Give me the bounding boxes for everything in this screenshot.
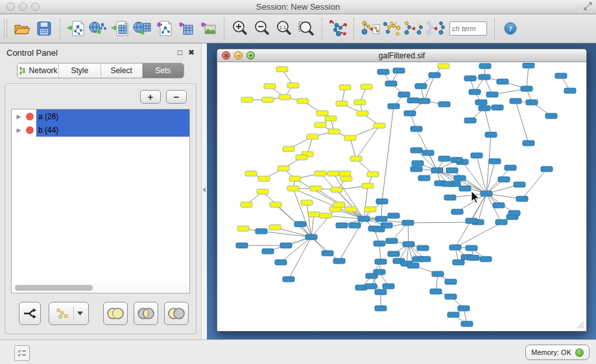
hide-selected-icon[interactable]: [403, 17, 425, 40]
difference-sets-button[interactable]: [164, 302, 189, 325]
create-set-from-network-icon: [54, 307, 70, 320]
window-title: Session: New Session: [0, 2, 596, 12]
collapse-panel-icon[interactable]: [202, 187, 206, 192]
memory-status-label: Memory: OK: [531, 348, 571, 356]
main-area: Control Panel □ ✖ Network Style Select: [0, 43, 596, 339]
float-window-icon[interactable]: □: [178, 48, 182, 57]
svg-text:1:1: 1:1: [280, 25, 286, 30]
control-panel: Control Panel □ ✖ Network Style Select: [0, 43, 201, 339]
import-network-file-icon[interactable]: [65, 17, 87, 40]
scrollbar-thumb[interactable]: [15, 285, 93, 291]
set-color-icon: [26, 113, 34, 120]
sets-list: ▶ a (26) ▶ b (44): [11, 109, 190, 293]
toolbar-separator: [353, 18, 354, 39]
network-graph-svg: [218, 63, 586, 330]
list-item-set-b[interactable]: ▶ b (44): [12, 123, 189, 137]
sets-actions: [11, 300, 190, 327]
split-sets-icon: [23, 307, 37, 320]
export-network-icon[interactable]: [153, 17, 175, 40]
toolbar-separator: [322, 18, 322, 39]
toolbar-separator: [224, 18, 224, 39]
memory-ok-indicator-icon: [575, 348, 584, 357]
close-network-icon[interactable]: ✕: [222, 51, 230, 60]
control-panel-tabs: Network Style Select Sets: [17, 63, 184, 78]
resize-grip-icon[interactable]: [577, 321, 584, 329]
difference-sets-icon: [167, 307, 186, 320]
minimize-network-icon[interactable]: −: [234, 51, 243, 60]
expand-arrow-icon[interactable]: ▶: [12, 127, 26, 133]
expand-arrow-icon[interactable]: ▶: [12, 113, 26, 120]
tab-sets[interactable]: Sets: [143, 63, 184, 78]
sets-panel: + − ▶ a (26) ▶ b (44): [5, 84, 197, 334]
import-table-web-icon[interactable]: [131, 17, 153, 40]
status-bar: Memory: OK: [0, 339, 596, 364]
svg-text:?: ?: [508, 25, 512, 32]
memory-status-button[interactable]: Memory: OK: [525, 345, 590, 360]
tab-select[interactable]: Select: [101, 63, 143, 78]
show-all-icon[interactable]: [425, 17, 447, 40]
intersection-sets-icon: [136, 307, 156, 320]
import-network-web-icon[interactable]: [87, 17, 109, 40]
task-history-icon: [18, 349, 27, 357]
tab-style-label: Style: [71, 66, 89, 75]
network-window-titlebar[interactable]: ✕ − + galFiltered.sif: [217, 49, 586, 62]
close-panel-icon[interactable]: ✖: [188, 48, 195, 57]
toolbar-separator: [60, 18, 60, 39]
new-network-from-selection-icon[interactable]: [359, 17, 381, 40]
remove-set-button[interactable]: −: [166, 90, 187, 104]
zoom-fit-selected-icon[interactable]: [295, 17, 317, 40]
network-desktop: ✕ − + galFiltered.sif: [207, 43, 596, 339]
fullscreen-arrows-icon[interactable]: [584, 2, 592, 12]
export-table-icon[interactable]: [175, 17, 197, 40]
set-color-icon: [26, 126, 34, 134]
network-tab-icon: [19, 67, 26, 74]
horizontal-scrollbar[interactable]: [12, 284, 189, 292]
maximize-network-icon[interactable]: +: [246, 51, 255, 60]
intersection-sets-button[interactable]: [134, 302, 158, 325]
network-window[interactable]: ✕ − + galFiltered.sif: [217, 49, 587, 332]
application-window: Session: New Session: [0, 0, 596, 364]
export-image-icon[interactable]: [197, 17, 219, 40]
panel-splitter[interactable]: [201, 43, 207, 339]
set-label: a (26): [36, 109, 189, 123]
zoom-actual-size-icon[interactable]: 1:1: [273, 17, 295, 40]
list-item-set-a[interactable]: ▶ a (26): [12, 109, 189, 123]
task-history-button[interactable]: [14, 345, 30, 361]
zoom-out-icon[interactable]: [251, 17, 273, 40]
window-titlebar: Session: New Session: [0, 0, 596, 14]
tab-sets-label: Sets: [155, 66, 171, 75]
toolbar-separator: [494, 18, 495, 39]
tab-style[interactable]: Style: [59, 63, 101, 78]
apply-layout-icon[interactable]: [327, 17, 349, 40]
network-window-title: galFiltered.sif: [379, 51, 425, 60]
save-session-icon[interactable]: [33, 17, 55, 40]
toolbar-grip[interactable]: [4, 19, 7, 38]
mouse-cursor: [470, 190, 481, 205]
network-canvas[interactable]: [218, 63, 586, 330]
control-panel-header: Control Panel □ ✖: [0, 43, 201, 62]
control-panel-title: Control Panel: [6, 48, 172, 58]
split-sets-button[interactable]: [19, 302, 41, 325]
add-set-button[interactable]: +: [140, 90, 161, 104]
create-set-button[interactable]: [49, 302, 89, 325]
main-toolbar: 1:1 ?: [0, 14, 596, 43]
union-sets-icon: [106, 307, 125, 320]
tab-network[interactable]: Network: [18, 63, 59, 78]
set-label: b (44): [36, 123, 189, 137]
dropdown-arrow-icon: [77, 312, 83, 315]
zoom-in-icon[interactable]: [229, 17, 251, 40]
first-neighbors-icon[interactable]: [381, 17, 403, 40]
help-icon[interactable]: ?: [499, 17, 521, 40]
search-input[interactable]: [449, 21, 487, 36]
union-sets-button[interactable]: [103, 302, 128, 325]
tab-network-label: Network: [29, 66, 58, 75]
tab-select-label: Select: [110, 66, 132, 75]
import-table-file-icon[interactable]: [109, 17, 131, 40]
open-file-icon[interactable]: [11, 17, 33, 40]
